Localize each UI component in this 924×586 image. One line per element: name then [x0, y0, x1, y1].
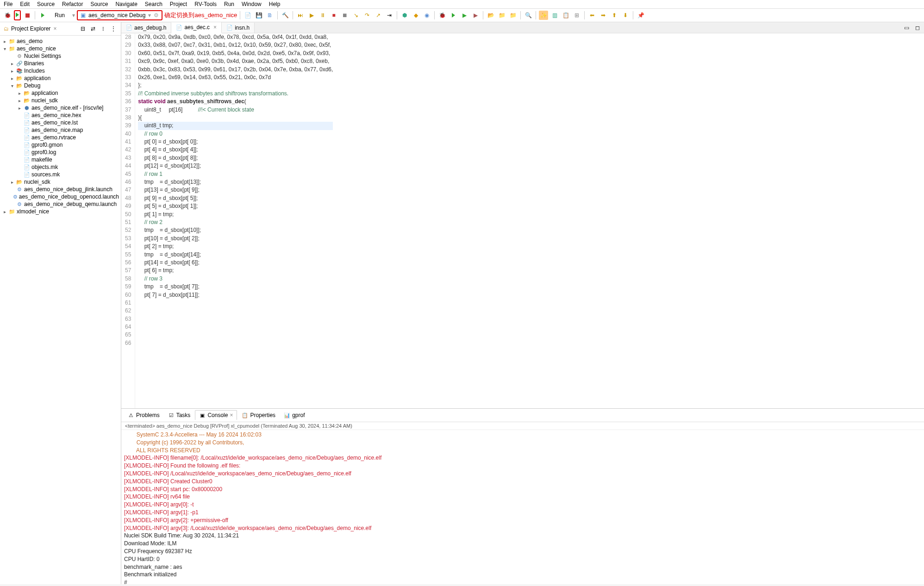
- nav-back-icon[interactable]: ⬅: [587, 11, 597, 20]
- editor-tab[interactable]: 📄aes_debug.h: [121, 23, 171, 33]
- disconnect-icon[interactable]: ⏹: [340, 11, 350, 20]
- link-editor-icon[interactable]: ⇄: [88, 24, 98, 33]
- hammer-icon[interactable]: 🔨: [281, 11, 290, 20]
- tree-item[interactable]: ▸📂application: [0, 75, 121, 82]
- twisty-icon[interactable]: ▸: [9, 69, 15, 74]
- twisty-icon[interactable]: ▸: [2, 209, 7, 214]
- folder-icon[interactable]: 📁: [497, 11, 506, 20]
- run-small-icon[interactable]: [38, 11, 47, 20]
- tree-item[interactable]: ▸📂nuclei_sdk: [0, 178, 121, 186]
- nav-up-icon[interactable]: ⬆: [610, 11, 619, 20]
- tree-item[interactable]: 📄aes_demo_nice.lst: [0, 119, 121, 126]
- tree-item[interactable]: ⚙aes_demo_nice_debug_qemu.launch: [0, 200, 121, 208]
- tool2-icon[interactable]: ◆: [411, 11, 420, 20]
- tree-item[interactable]: ▾📂Debug: [0, 82, 121, 89]
- code-editor[interactable]: 2829303132333435363738394041424344454647…: [121, 33, 924, 408]
- menu-run[interactable]: Run: [224, 1, 234, 7]
- tool-icon[interactable]: ⬢: [400, 11, 409, 20]
- maximize-icon[interactable]: ◻: [913, 23, 922, 32]
- step-over-icon[interactable]: ↷: [362, 11, 372, 20]
- menu-navigate[interactable]: Navigate: [115, 1, 137, 7]
- doc-icon[interactable]: 📋: [561, 11, 570, 20]
- tree-item[interactable]: ⚙aes_demo_nice_debug_jlink.launch: [0, 186, 121, 193]
- bottom-tab-problems[interactable]: ⚠Problems: [124, 411, 163, 420]
- step-return-icon[interactable]: ↗: [374, 11, 383, 20]
- instr-step-icon[interactable]: ⇥: [385, 11, 394, 20]
- profile-icon[interactable]: ▶: [471, 11, 480, 20]
- skip-icon[interactable]: ⏭: [296, 11, 305, 20]
- tree-item[interactable]: ▸📁aes_demo: [0, 37, 121, 45]
- new-icon[interactable]: 📄: [243, 11, 252, 20]
- editor-tab[interactable]: 📄insn.h: [222, 23, 255, 33]
- tree-item[interactable]: ⚙aes_demo_nice_debug_openocd.launch: [0, 193, 121, 200]
- tree-item[interactable]: ▸📁xlmodel_nice: [0, 208, 121, 215]
- coverage-icon[interactable]: ▶: [460, 11, 469, 20]
- twisty-icon[interactable]: ▸: [17, 106, 22, 111]
- tree-item[interactable]: ▾📁aes_demo_nice: [0, 45, 121, 52]
- tree-item[interactable]: ⚙Nuclei Settings: [0, 52, 121, 60]
- menu-source[interactable]: Source: [37, 1, 55, 7]
- close-icon[interactable]: ×: [53, 25, 56, 32]
- menu-edit[interactable]: Edit: [20, 1, 30, 7]
- menu-source[interactable]: Source: [90, 1, 108, 7]
- tree-item[interactable]: 📄gprof0.log: [0, 149, 121, 156]
- twisty-icon[interactable]: ▸: [9, 180, 15, 185]
- tree-item[interactable]: 📄sources.mk: [0, 171, 121, 178]
- editor-tab[interactable]: 📄aes_dec.c×: [171, 22, 222, 33]
- terminate-icon[interactable]: ■: [329, 11, 338, 20]
- menu-project[interactable]: Project: [170, 1, 187, 7]
- close-icon[interactable]: ×: [230, 412, 233, 418]
- bottom-tab-properties[interactable]: 📋Properties: [238, 411, 279, 420]
- search-icon[interactable]: 🔍: [524, 11, 533, 20]
- debug-icon[interactable]: 🐞: [437, 11, 447, 20]
- menu-refactor[interactable]: Refactor: [62, 1, 83, 7]
- bottom-tab-console[interactable]: ▣Console ×: [195, 410, 237, 420]
- tree-item[interactable]: 📄makefile: [0, 156, 121, 163]
- view-menu-icon[interactable]: ⋮: [109, 24, 118, 33]
- minimize-icon[interactable]: ▭: [902, 23, 911, 32]
- twisty-icon[interactable]: ▸: [9, 76, 15, 81]
- run-button[interactable]: [14, 10, 21, 20]
- menu-help[interactable]: Help: [269, 1, 281, 7]
- save-icon[interactable]: 💾: [254, 11, 263, 20]
- step-into-icon[interactable]: ↘: [351, 11, 361, 20]
- tree-item[interactable]: ▸📂application: [0, 89, 121, 97]
- twisty-icon[interactable]: ▾: [2, 46, 7, 51]
- collapse-all-icon[interactable]: ⊟: [78, 24, 87, 33]
- project-tree[interactable]: ▸📁aes_demo▾📁aes_demo_nice⚙Nuclei Setting…: [0, 36, 121, 584]
- tree-item[interactable]: 📄aes_demo_nice.hex: [0, 112, 121, 119]
- bug-icon[interactable]: 🐞: [3, 11, 12, 20]
- resume-icon[interactable]: ▶: [307, 11, 316, 20]
- bottom-tab-tasks[interactable]: ☑Tasks: [164, 411, 194, 420]
- tree-item[interactable]: ▸📂nuclei_sdk: [0, 97, 121, 104]
- twisty-icon[interactable]: ▸: [2, 39, 7, 44]
- tree-item[interactable]: ▸📚Includes: [0, 67, 121, 75]
- stop-button[interactable]: [23, 11, 32, 20]
- sheet-icon[interactable]: ⊞: [572, 11, 581, 20]
- nav-down-icon[interactable]: ⬇: [621, 11, 630, 20]
- menu-search[interactable]: Search: [145, 1, 162, 7]
- open-icon[interactable]: 📂: [486, 11, 495, 20]
- bottom-tab-gprof[interactable]: 📊gprof: [280, 411, 308, 420]
- tree-item[interactable]: 📄aes_demo_nice.map: [0, 126, 121, 134]
- tree-item[interactable]: ▸🔗Binaries: [0, 60, 121, 67]
- folder2-icon[interactable]: 📁: [508, 11, 518, 20]
- menu-window[interactable]: Window: [242, 1, 262, 7]
- twisty-icon[interactable]: ▸: [17, 91, 22, 96]
- tool3-icon[interactable]: ◉: [422, 11, 431, 20]
- console-output[interactable]: SystemC 2.3.4-Accellera --- May 16 2024 …: [121, 430, 924, 584]
- twisty-icon[interactable]: ▸: [9, 61, 15, 66]
- tree-item[interactable]: 📄aes_demo.rvtrace: [0, 134, 121, 141]
- menu-rv-tools[interactable]: RV-Tools: [194, 1, 217, 7]
- chip-icon[interactable]: ▥: [550, 11, 559, 20]
- tree-item[interactable]: 📄gprof0.gmon: [0, 141, 121, 149]
- play-icon[interactable]: [449, 11, 458, 20]
- save-all-icon[interactable]: 🗎: [265, 11, 275, 20]
- pin-icon[interactable]: 📌: [636, 11, 645, 20]
- launch-config-dropdown[interactable]: ▣ aes_demo_nice Debug ▾ ⚙: [77, 10, 162, 20]
- twisty-icon[interactable]: ▾: [9, 83, 15, 88]
- menu-file[interactable]: File: [4, 1, 12, 7]
- nav-fwd-icon[interactable]: ➡: [599, 11, 608, 20]
- filter-icon[interactable]: ⫶: [99, 24, 108, 33]
- pause-icon[interactable]: ⏸: [318, 11, 327, 20]
